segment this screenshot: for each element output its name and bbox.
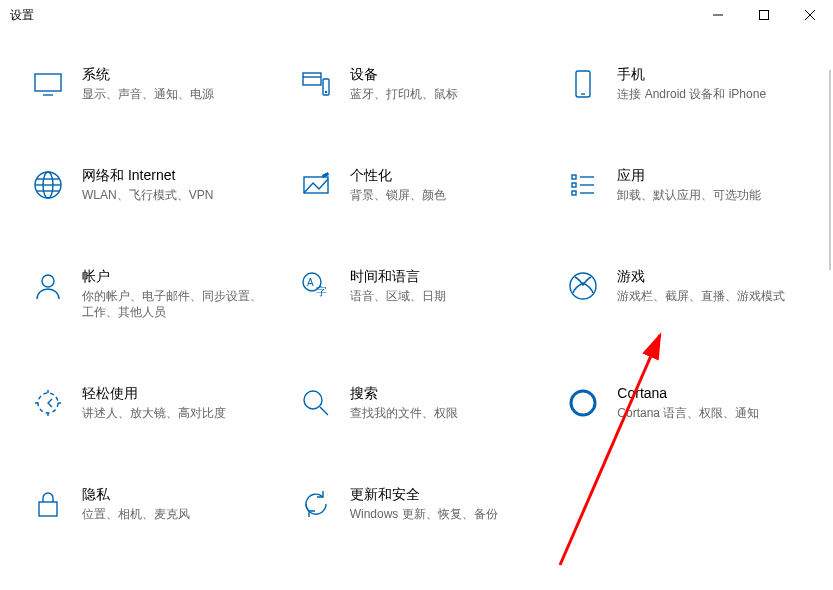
tile-title: 时间和语言: [350, 266, 446, 286]
lock-icon: [30, 486, 66, 522]
tile-title: 设备: [350, 64, 458, 84]
tile-subtitle: 语音、区域、日期: [350, 288, 446, 304]
tile-subtitle: 你的帐户、电子邮件、同步设置、工作、其他人员: [82, 288, 262, 320]
svg-line-31: [320, 407, 328, 415]
close-button[interactable]: [787, 0, 833, 30]
tile-gaming[interactable]: 游戏游戏栏、截屏、直播、游戏模式: [555, 262, 813, 324]
svg-rect-6: [303, 73, 321, 85]
paint-icon: [298, 167, 334, 203]
minimize-button[interactable]: [695, 0, 741, 30]
settings-window: 设置 系统显示、声音、通知、电源 设备蓝牙、打印机、鼠标 手机连接 Androi…: [0, 0, 833, 590]
tile-accounts[interactable]: 帐户你的帐户、电子邮件、同步设置、工作、其他人员: [20, 262, 278, 324]
tile-time-language[interactable]: A字 时间和语言语音、区域、日期: [288, 262, 546, 324]
tile-subtitle: 显示、声音、通知、电源: [82, 86, 214, 102]
search-icon: [298, 385, 334, 421]
tile-subtitle: 游戏栏、截屏、直播、游戏模式: [617, 288, 785, 304]
tile-update-security[interactable]: 更新和安全Windows 更新、恢复、备份: [288, 480, 546, 526]
tile-search[interactable]: 搜索查找我的文件、权限: [288, 379, 546, 425]
tile-cortana[interactable]: CortanaCortana 语言、权限、通知: [555, 379, 813, 425]
tile-devices[interactable]: 设备蓝牙、打印机、鼠标: [288, 60, 546, 106]
tile-subtitle: 连接 Android 设备和 iPhone: [617, 86, 766, 102]
window-buttons: [695, 0, 833, 30]
xbox-icon: [565, 268, 601, 304]
monitor-icon: [30, 66, 66, 102]
tile-system[interactable]: 系统显示、声音、通知、电源: [20, 60, 278, 106]
tile-subtitle: WLAN、飞行模式、VPN: [82, 187, 213, 203]
tile-title: 帐户: [82, 266, 262, 286]
tile-privacy[interactable]: 隐私位置、相机、麦克风: [20, 480, 278, 526]
tile-phone[interactable]: 手机连接 Android 设备和 iPhone: [555, 60, 813, 106]
language-icon: A字: [298, 268, 334, 304]
tile-subtitle: Windows 更新、恢复、备份: [350, 506, 498, 522]
apps-icon: [565, 167, 601, 203]
tile-subtitle: 查找我的文件、权限: [350, 405, 458, 421]
svg-rect-4: [35, 74, 61, 91]
svg-point-9: [325, 92, 326, 93]
tile-subtitle: 蓝牙、打印机、鼠标: [350, 86, 458, 102]
svg-rect-33: [39, 502, 57, 516]
tile-subtitle: Cortana 语言、权限、通知: [617, 405, 759, 421]
tile-network[interactable]: 网络和 InternetWLAN、飞行模式、VPN: [20, 161, 278, 207]
svg-point-32: [571, 391, 595, 415]
settings-grid: 系统显示、声音、通知、电源 设备蓝牙、打印机、鼠标 手机连接 Android 设…: [0, 30, 833, 546]
svg-text:A: A: [307, 277, 314, 288]
maximize-button[interactable]: [741, 0, 787, 30]
svg-point-24: [42, 275, 54, 287]
tile-subtitle: 背景、锁屏、颜色: [350, 187, 446, 203]
tile-title: 轻松使用: [82, 383, 226, 403]
person-icon: [30, 268, 66, 304]
tile-subtitle: 讲述人、放大镜、高对比度: [82, 405, 226, 421]
tile-title: 网络和 Internet: [82, 165, 213, 185]
window-title: 设置: [10, 7, 34, 24]
globe-icon: [30, 167, 66, 203]
svg-rect-1: [760, 11, 769, 20]
svg-rect-10: [576, 71, 590, 97]
tile-title: 游戏: [617, 266, 785, 286]
tile-title: 搜索: [350, 383, 458, 403]
cortana-icon: [565, 385, 601, 421]
tile-subtitle: 位置、相机、麦克风: [82, 506, 190, 522]
scrollbar[interactable]: [829, 70, 831, 270]
titlebar: 设置: [0, 0, 833, 30]
tile-title: Cortana: [617, 383, 759, 403]
svg-text:字: 字: [316, 285, 327, 297]
tile-subtitle: 卸载、默认应用、可选功能: [617, 187, 761, 203]
update-icon: [298, 486, 334, 522]
svg-rect-18: [572, 175, 576, 179]
tile-title: 个性化: [350, 165, 446, 185]
svg-point-30: [304, 391, 322, 409]
svg-rect-20: [572, 191, 576, 195]
tile-title: 隐私: [82, 484, 190, 504]
svg-rect-17: [304, 177, 328, 193]
tile-title: 手机: [617, 64, 766, 84]
tile-apps[interactable]: 应用卸载、默认应用、可选功能: [555, 161, 813, 207]
tile-title: 更新和安全: [350, 484, 498, 504]
tile-personalization[interactable]: 个性化背景、锁屏、颜色: [288, 161, 546, 207]
phone-icon: [565, 66, 601, 102]
tile-ease-of-access[interactable]: 轻松使用讲述人、放大镜、高对比度: [20, 379, 278, 425]
tile-title: 系统: [82, 64, 214, 84]
svg-rect-19: [572, 183, 576, 187]
content-area: 系统显示、声音、通知、电源 设备蓝牙、打印机、鼠标 手机连接 Android 设…: [0, 30, 833, 590]
tile-title: 应用: [617, 165, 761, 185]
devices-icon: [298, 66, 334, 102]
accessibility-icon: [30, 385, 66, 421]
